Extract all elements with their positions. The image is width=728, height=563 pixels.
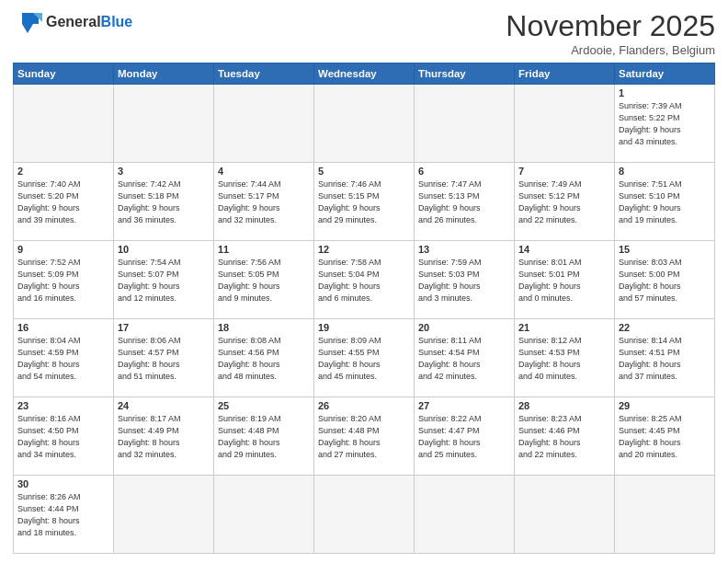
weekday-header-row: Sunday Monday Tuesday Wednesday Thursday… [14,63,715,85]
day-info: Sunrise: 8:20 AM Sunset: 4:48 PM Dayligh… [318,413,410,461]
day-number: 2 [17,166,109,177]
col-thursday: Thursday [415,63,515,85]
week-row-6: 30Sunrise: 8:26 AM Sunset: 4:44 PM Dayli… [14,476,715,554]
day-cell: 18Sunrise: 8:08 AM Sunset: 4:56 PM Dayli… [214,319,314,397]
day-cell: 13Sunrise: 7:59 AM Sunset: 5:03 PM Dayli… [415,241,515,319]
day-number: 8 [619,166,711,177]
day-info: Sunrise: 8:11 AM Sunset: 4:54 PM Dayligh… [418,335,510,383]
day-info: Sunrise: 7:59 AM Sunset: 5:03 PM Dayligh… [418,257,510,304]
day-cell [214,476,314,554]
day-info: Sunrise: 8:14 AM Sunset: 4:51 PM Dayligh… [619,335,711,383]
day-info: Sunrise: 7:51 AM Sunset: 5:10 PM Dayligh… [619,178,711,226]
day-cell: 15Sunrise: 8:03 AM Sunset: 5:00 PM Dayli… [615,241,715,319]
col-friday: Friday [515,63,615,85]
day-info: Sunrise: 7:47 AM Sunset: 5:13 PM Dayligh… [418,178,510,226]
calendar-body: 1Sunrise: 7:39 AM Sunset: 5:22 PM Daylig… [14,85,715,554]
location: Ardooie, Flanders, Belgium [506,43,715,57]
calendar-page: GeneralBlue November 2025 Ardooie, Fland… [0,0,728,563]
day-cell [415,476,515,554]
day-number: 15 [619,244,711,255]
day-number: 1 [619,87,711,98]
header-right: November 2025 Ardooie, Flanders, Belgium [506,9,715,57]
day-info: Sunrise: 8:08 AM Sunset: 4:56 PM Dayligh… [218,335,310,383]
day-info: Sunrise: 7:39 AM Sunset: 5:22 PM Dayligh… [619,100,711,148]
day-cell: 2Sunrise: 7:40 AM Sunset: 5:20 PM Daylig… [14,163,114,241]
day-cell: 11Sunrise: 7:56 AM Sunset: 5:05 PM Dayli… [214,241,314,319]
day-cell: 24Sunrise: 8:17 AM Sunset: 4:49 PM Dayli… [114,397,214,476]
day-number: 11 [218,244,310,255]
day-cell [515,85,615,163]
day-cell: 1Sunrise: 7:39 AM Sunset: 5:22 PM Daylig… [615,85,715,163]
day-cell: 8Sunrise: 7:51 AM Sunset: 5:10 PM Daylig… [615,163,715,241]
week-row-4: 16Sunrise: 8:04 AM Sunset: 4:59 PM Dayli… [14,319,715,397]
day-cell [314,85,415,163]
day-cell: 10Sunrise: 7:54 AM Sunset: 5:07 PM Dayli… [114,241,214,319]
calendar-header: Sunday Monday Tuesday Wednesday Thursday… [14,63,715,85]
month-title: November 2025 [506,9,715,43]
day-cell: 3Sunrise: 7:42 AM Sunset: 5:18 PM Daylig… [114,163,214,241]
day-cell: 17Sunrise: 8:06 AM Sunset: 4:57 PM Dayli… [114,319,214,397]
day-number: 21 [518,322,610,333]
day-number: 13 [418,244,510,255]
day-number: 5 [318,166,410,177]
day-number: 24 [118,400,210,411]
logo-icon [13,9,42,35]
svg-marker-1 [22,24,33,33]
day-cell: 21Sunrise: 8:12 AM Sunset: 4:53 PM Dayli… [515,319,615,397]
day-info: Sunrise: 8:04 AM Sunset: 4:59 PM Dayligh… [17,335,109,383]
day-cell: 29Sunrise: 8:25 AM Sunset: 4:45 PM Dayli… [615,397,715,476]
day-info: Sunrise: 8:06 AM Sunset: 4:57 PM Dayligh… [118,335,210,383]
day-number: 3 [118,166,210,177]
day-number: 28 [518,400,610,411]
day-number: 29 [619,400,711,411]
day-info: Sunrise: 8:03 AM Sunset: 5:00 PM Dayligh… [619,257,711,304]
day-cell: 28Sunrise: 8:23 AM Sunset: 4:46 PM Dayli… [515,397,615,476]
week-row-1: 1Sunrise: 7:39 AM Sunset: 5:22 PM Daylig… [14,85,715,163]
day-number: 7 [518,166,610,177]
day-cell [515,476,615,554]
day-info: Sunrise: 7:54 AM Sunset: 5:07 PM Dayligh… [118,257,210,304]
day-cell: 5Sunrise: 7:46 AM Sunset: 5:15 PM Daylig… [314,163,415,241]
day-number: 16 [17,322,109,333]
day-cell: 7Sunrise: 7:49 AM Sunset: 5:12 PM Daylig… [515,163,615,241]
day-info: Sunrise: 8:19 AM Sunset: 4:48 PM Dayligh… [218,413,310,461]
col-wednesday: Wednesday [314,63,415,85]
calendar-table: Sunday Monday Tuesday Wednesday Thursday… [13,63,715,554]
day-cell: 22Sunrise: 8:14 AM Sunset: 4:51 PM Dayli… [615,319,715,397]
day-cell [214,85,314,163]
logo-general: General [46,14,101,29]
day-info: Sunrise: 7:42 AM Sunset: 5:18 PM Dayligh… [118,178,210,226]
col-tuesday: Tuesday [214,63,314,85]
day-info: Sunrise: 7:52 AM Sunset: 5:09 PM Dayligh… [17,257,109,304]
day-info: Sunrise: 8:09 AM Sunset: 4:55 PM Dayligh… [318,335,410,383]
day-info: Sunrise: 8:26 AM Sunset: 4:44 PM Dayligh… [17,491,109,539]
day-cell: 14Sunrise: 8:01 AM Sunset: 5:01 PM Dayli… [515,241,615,319]
logo-blue: Blue [101,14,133,29]
day-number: 19 [318,322,410,333]
week-row-5: 23Sunrise: 8:16 AM Sunset: 4:50 PM Dayli… [14,397,715,476]
day-cell: 16Sunrise: 8:04 AM Sunset: 4:59 PM Dayli… [14,319,114,397]
day-info: Sunrise: 8:22 AM Sunset: 4:47 PM Dayligh… [418,413,510,461]
day-info: Sunrise: 8:16 AM Sunset: 4:50 PM Dayligh… [17,413,109,461]
day-number: 14 [518,244,610,255]
day-info: Sunrise: 8:25 AM Sunset: 4:45 PM Dayligh… [619,413,711,461]
day-number: 23 [17,400,109,411]
day-info: Sunrise: 8:17 AM Sunset: 4:49 PM Dayligh… [118,413,210,461]
day-number: 22 [619,322,711,333]
day-number: 4 [218,166,310,177]
week-row-2: 2Sunrise: 7:40 AM Sunset: 5:20 PM Daylig… [14,163,715,241]
day-number: 30 [17,478,109,489]
week-row-3: 9Sunrise: 7:52 AM Sunset: 5:09 PM Daylig… [14,241,715,319]
day-info: Sunrise: 8:12 AM Sunset: 4:53 PM Dayligh… [518,335,610,383]
day-cell: 19Sunrise: 8:09 AM Sunset: 4:55 PM Dayli… [314,319,415,397]
day-cell [114,85,214,163]
day-info: Sunrise: 7:40 AM Sunset: 5:20 PM Dayligh… [17,178,109,226]
day-info: Sunrise: 7:56 AM Sunset: 5:05 PM Dayligh… [218,257,310,304]
day-cell: 30Sunrise: 8:26 AM Sunset: 4:44 PM Dayli… [14,476,114,554]
day-cell: 12Sunrise: 7:58 AM Sunset: 5:04 PM Dayli… [314,241,415,319]
day-info: Sunrise: 7:44 AM Sunset: 5:17 PM Dayligh… [218,178,310,226]
day-number: 25 [218,400,310,411]
day-cell: 20Sunrise: 8:11 AM Sunset: 4:54 PM Dayli… [415,319,515,397]
day-cell: 4Sunrise: 7:44 AM Sunset: 5:17 PM Daylig… [214,163,314,241]
day-cell [415,85,515,163]
